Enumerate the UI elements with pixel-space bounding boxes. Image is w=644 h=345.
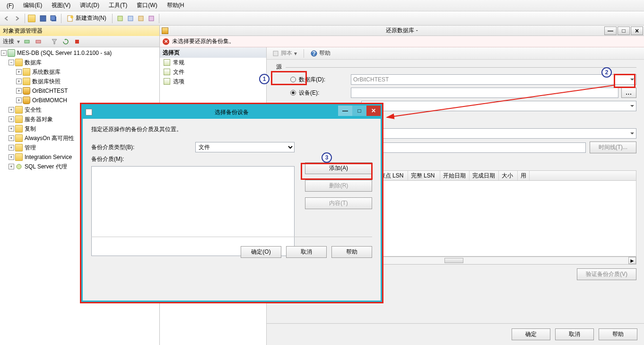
svg-point-4 bbox=[70, 16, 73, 18]
minimize-button[interactable]: — bbox=[604, 27, 617, 35]
remove-button[interactable]: 删除(R) bbox=[305, 180, 372, 192]
tree-sqlagent[interactable]: SQL Server 代理 bbox=[25, 163, 67, 171]
radio-device-label: 设备(E): bbox=[299, 89, 351, 97]
menu-item[interactable]: 帮助(H bbox=[162, 1, 189, 9]
media-type-combo[interactable]: 文件 bbox=[195, 142, 295, 152]
tree-management[interactable]: 管理 bbox=[25, 144, 36, 152]
page-files[interactable]: 文件 bbox=[160, 67, 266, 77]
svg-rect-9 bbox=[25, 40, 29, 43]
page-icon bbox=[164, 59, 170, 66]
page-options[interactable]: 选项 bbox=[160, 77, 266, 86]
svg-rect-0 bbox=[40, 16, 46, 21]
new-query-label: 新建查询(N) bbox=[76, 14, 106, 22]
database-combo[interactable]: OrBitCHTEST bbox=[351, 74, 636, 85]
script-button[interactable]: 脚本▾ bbox=[270, 48, 299, 58]
help-button[interactable]: 帮助 bbox=[599, 328, 637, 340]
tree-security[interactable]: 安全性 bbox=[25, 106, 42, 114]
dialog-close-button[interactable]: ✕ bbox=[366, 106, 381, 116]
warning-bar: ✕ 未选择要还原的备份集。 bbox=[160, 36, 644, 47]
ok-button[interactable]: 确定 bbox=[512, 328, 550, 340]
filter-icon[interactable] bbox=[50, 37, 59, 46]
restore-footer: 确定 取消 帮助 bbox=[267, 323, 644, 345]
refresh-icon[interactable] bbox=[61, 37, 70, 46]
svg-rect-2 bbox=[51, 16, 55, 20]
svg-rect-5 bbox=[118, 16, 122, 21]
restore-window-icon bbox=[162, 27, 168, 34]
dialog-minimize-button[interactable]: — bbox=[338, 106, 352, 116]
tree-intsvc[interactable]: Integration Service bbox=[25, 154, 72, 160]
radio-database[interactable] bbox=[290, 77, 296, 82]
menu-bar: (F) 编辑(E) 视图(V) 调试(D) 工具(T) 窗口(W) 帮助(H bbox=[0, 0, 644, 11]
dialog-title: 选择备份设备 bbox=[215, 108, 249, 116]
page-general[interactable]: 常规 bbox=[160, 58, 266, 67]
scroll-right-icon[interactable]: ► bbox=[628, 257, 636, 264]
toolbar: 新建查询(N) bbox=[0, 11, 644, 26]
dialog-icon bbox=[86, 109, 92, 115]
tree-replication[interactable]: 复制 bbox=[25, 125, 36, 133]
stop-icon[interactable] bbox=[73, 37, 81, 46]
db-icon-2[interactable] bbox=[126, 14, 135, 23]
timeline-button[interactable]: 时间线(T)... bbox=[590, 142, 636, 153]
dialog-description: 指定还原操作的备份介质及其位置。 bbox=[91, 125, 372, 133]
save-icon[interactable] bbox=[38, 14, 48, 23]
close-button[interactable]: × bbox=[631, 27, 643, 35]
menu-item[interactable]: 窗口(W) bbox=[132, 1, 162, 9]
object-explorer-title: 对象资源管理器 bbox=[0, 26, 159, 36]
menu-item[interactable]: (F) bbox=[2, 2, 18, 9]
menu-item[interactable]: 调试(D) bbox=[75, 1, 104, 9]
menu-item[interactable]: 视图(V) bbox=[47, 1, 75, 9]
dialog-help-button[interactable]: 帮助 bbox=[331, 246, 372, 258]
error-icon: ✕ bbox=[163, 38, 169, 45]
menu-item[interactable]: 编辑(E) bbox=[18, 1, 47, 9]
db-icon-3[interactable] bbox=[136, 14, 146, 23]
tree-server[interactable]: MES-DB (SQL Server 11.0.2100 - sa) bbox=[17, 50, 112, 56]
media-listbox[interactable] bbox=[91, 166, 295, 256]
radio-device[interactable] bbox=[290, 90, 296, 96]
dialog-maximize-button[interactable]: □ bbox=[352, 106, 366, 116]
group-source-label: 源 bbox=[274, 63, 284, 71]
content-button[interactable]: 内容(T) bbox=[305, 197, 372, 209]
back-icon[interactable] bbox=[2, 14, 11, 23]
add-button[interactable]: 添加(A) bbox=[305, 162, 372, 174]
help-button-small[interactable]: ?帮助 bbox=[309, 48, 332, 58]
dialog-ok-button[interactable]: 确定(O) bbox=[241, 246, 281, 258]
save-all-icon[interactable] bbox=[49, 14, 58, 23]
tree-dbsnap[interactable]: 数据库快照 bbox=[32, 78, 61, 86]
svg-rect-6 bbox=[128, 16, 133, 21]
db-icon-4[interactable] bbox=[147, 14, 156, 23]
tree-db1[interactable]: OrBitCHTEST bbox=[32, 88, 68, 94]
validate-backup-button[interactable]: 验证备份介质(V) bbox=[577, 268, 636, 280]
page-icon bbox=[164, 69, 170, 75]
forward-icon[interactable] bbox=[12, 14, 22, 23]
db-icon[interactable] bbox=[115, 14, 125, 23]
database-a-combo[interactable] bbox=[361, 101, 636, 111]
disconnect-icon[interactable] bbox=[34, 37, 43, 46]
browse-device-button[interactable]: ... bbox=[621, 88, 636, 98]
device-input[interactable] bbox=[351, 88, 618, 98]
dialog-cancel-button[interactable]: 取消 bbox=[286, 246, 327, 258]
svg-rect-8 bbox=[149, 16, 154, 21]
open-icon[interactable] bbox=[28, 14, 37, 23]
tree-databases[interactable]: 数据库 bbox=[25, 59, 42, 67]
media-label: 备份介质(M): bbox=[91, 155, 124, 163]
tree-db2[interactable]: OrBitMOMCH bbox=[32, 97, 67, 104]
connect-label[interactable]: 连接 bbox=[3, 37, 14, 45]
cancel-button[interactable]: 取消 bbox=[555, 328, 594, 340]
select-page-header: 选择页 bbox=[160, 47, 266, 58]
annotation-marker-1: 1 bbox=[259, 74, 270, 84]
tree-serverobj[interactable]: 服务器对象 bbox=[25, 115, 53, 124]
restore-titlebar: 还原数据库 - — □ × bbox=[160, 26, 644, 36]
svg-rect-7 bbox=[139, 16, 143, 21]
connect-icon[interactable] bbox=[23, 37, 31, 46]
restore-title: 还原数据库 - bbox=[386, 27, 418, 35]
new-query-button[interactable]: 新建查询(N) bbox=[64, 13, 109, 24]
select-backup-device-dialog: 选择备份设备 — □ ✕ 指定还原操作的备份介质及其位置。 备份介质类型(B):… bbox=[81, 104, 382, 302]
dialog-titlebar[interactable]: 选择备份设备 — □ ✕ bbox=[83, 106, 381, 119]
tree-sysdb[interactable]: 系统数据库 bbox=[32, 68, 61, 76]
menu-item[interactable]: 工具(T) bbox=[104, 1, 132, 9]
tree-alwayson[interactable]: AlwaysOn 高可用性 bbox=[25, 134, 74, 142]
page-icon bbox=[164, 78, 170, 85]
maximize-button[interactable]: □ bbox=[618, 27, 630, 35]
svg-rect-10 bbox=[36, 40, 41, 43]
scroll-thumb[interactable] bbox=[444, 258, 463, 263]
